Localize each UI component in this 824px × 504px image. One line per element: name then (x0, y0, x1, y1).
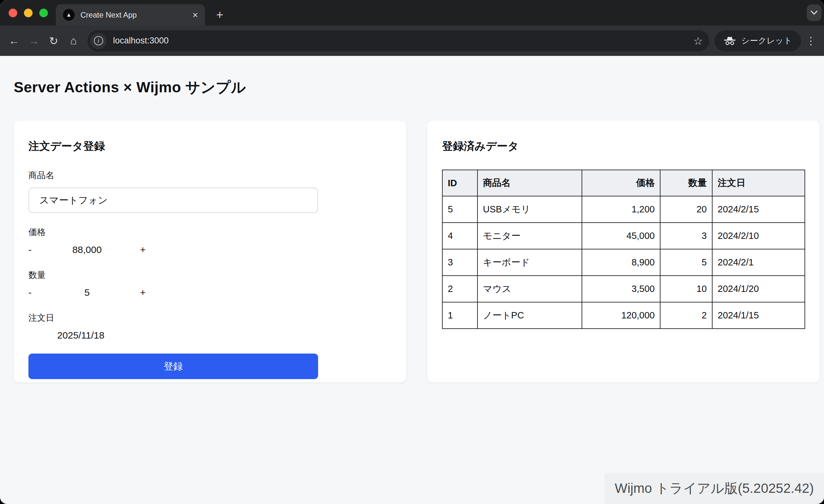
table-row: 3 キーボード 8,900 5 2024/2/1 (442, 249, 805, 276)
cell-qty: 5 (660, 249, 712, 276)
cell-date: 2024/1/20 (712, 276, 805, 302)
quantity-stepper: - 5 + (28, 287, 145, 298)
reload-button[interactable]: ↻ (45, 32, 63, 50)
browser-menu-button[interactable]: ⋮ (803, 32, 819, 50)
tab-title: Create Next App (81, 11, 187, 19)
nextjs-favicon-icon: ▲ (63, 9, 75, 21)
cell-id: 2 (442, 276, 478, 302)
page-content: Server Actions × Wijmo サンプル 注文データ登録 商品名 … (0, 56, 824, 504)
cell-price: 45,000 (582, 223, 660, 249)
quantity-label: 数量 (28, 269, 318, 281)
product-name-label: 商品名 (28, 170, 318, 181)
cell-product: マウス (478, 276, 582, 302)
price-decrement-button[interactable]: - (28, 244, 41, 255)
price-label: 価格 (28, 226, 318, 238)
new-tab-button[interactable]: + (212, 7, 227, 22)
back-button[interactable]: ← (5, 32, 23, 50)
col-header-qty: 数量 (660, 170, 712, 196)
wijmo-trial-banner: Wijmo トライアル版(5.20252.42) (605, 473, 824, 504)
cell-id: 4 (442, 223, 478, 249)
cell-date: 2024/2/1 (712, 249, 805, 276)
cell-product: キーボード (478, 249, 582, 276)
wijmo-trial-text: Wijmo トライアル版(5.20252.42) (615, 479, 814, 497)
order-form-card: 注文データ登録 商品名 スマートフォン 価格 - 88,000 + 数量 - 5… (14, 120, 406, 382)
registered-data-title: 登録済みデータ (442, 139, 806, 154)
quantity-increment-button[interactable]: + (133, 287, 145, 298)
tab-close-icon[interactable]: × (192, 10, 198, 20)
col-header-date: 注文日 (712, 170, 805, 196)
url-text[interactable]: localhost:3000 (113, 36, 693, 46)
chevron-down-icon (811, 11, 818, 15)
cell-date: 2024/1/15 (712, 302, 805, 329)
cards-row: 注文データ登録 商品名 スマートフォン 価格 - 88,000 + 数量 - 5… (14, 120, 820, 382)
registered-data-card: 登録済みデータ ID 商品名 価格 数量 注文日 (427, 120, 820, 382)
order-form-title: 注文データ登録 (28, 139, 392, 154)
col-header-price: 価格 (582, 170, 660, 196)
site-info-button[interactable]: i (90, 32, 107, 49)
price-input[interactable]: 88,000 (41, 244, 133, 255)
address-bar[interactable]: i localhost:3000 ☆ (88, 30, 709, 52)
table-row: 1 ノートPC 120,000 2 2024/1/15 (442, 302, 805, 329)
forward-button[interactable]: → (25, 32, 43, 50)
info-icon: i (94, 36, 103, 45)
table-header-row: ID 商品名 価格 数量 注文日 (442, 170, 805, 196)
order-date-input[interactable]: 2025/11/18 (28, 330, 318, 341)
cell-price: 1,200 (582, 196, 660, 223)
browser-toolbar: ← → ↻ ⌂ i localhost:3000 ☆ シークレット ⋮ (0, 25, 824, 56)
incognito-icon (723, 36, 736, 45)
cell-qty: 3 (660, 223, 712, 249)
product-name-input[interactable]: スマートフォン (28, 188, 318, 213)
tab-search-button[interactable] (807, 4, 821, 21)
close-window-button[interactable] (9, 9, 17, 17)
col-header-id: ID (442, 170, 478, 196)
tab-strip: ▲ Create Next App × + (0, 0, 824, 25)
cell-price: 8,900 (582, 249, 660, 276)
home-button[interactable]: ⌂ (65, 32, 82, 50)
price-stepper: - 88,000 + (28, 244, 145, 255)
cell-id: 1 (442, 302, 478, 329)
incognito-label: シークレット (741, 35, 792, 46)
cell-product: ノートPC (478, 302, 582, 329)
orders-table: ID 商品名 価格 数量 注文日 5 USBメモリ 1,200 20 (442, 170, 805, 329)
table-row: 5 USBメモリ 1,200 20 2024/2/15 (442, 196, 805, 223)
cell-date: 2024/2/10 (712, 223, 805, 249)
window-controls (9, 9, 48, 17)
quantity-input[interactable]: 5 (41, 287, 133, 298)
quantity-decrement-button[interactable]: - (28, 287, 41, 298)
page-title: Server Actions × Wijmo サンプル (0, 56, 824, 97)
price-increment-button[interactable]: + (133, 244, 145, 255)
order-form: 商品名 スマートフォン 価格 - 88,000 + 数量 - 5 + 注文日 (28, 170, 318, 379)
incognito-badge: シークレット (714, 30, 801, 52)
bookmark-star-icon[interactable]: ☆ (693, 34, 703, 47)
cell-product: USBメモリ (478, 196, 582, 223)
cell-qty: 20 (660, 196, 712, 223)
cell-date: 2024/2/15 (712, 196, 805, 223)
submit-button[interactable]: 登録 (28, 354, 318, 379)
browser-window: ▲ Create Next App × + ← → ↻ ⌂ i localhos… (0, 0, 824, 504)
zoom-window-button[interactable] (39, 9, 48, 17)
cell-qty: 2 (660, 302, 712, 329)
cell-price: 120,000 (582, 302, 660, 329)
col-header-product: 商品名 (478, 170, 582, 196)
table-row: 4 モニター 45,000 3 2024/2/10 (442, 223, 805, 249)
order-date-label: 注文日 (28, 312, 318, 323)
cell-id: 3 (442, 249, 478, 276)
cell-price: 3,500 (582, 276, 660, 302)
browser-tab[interactable]: ▲ Create Next App × (56, 4, 205, 25)
cell-product: モニター (478, 223, 582, 249)
table-row: 2 マウス 3,500 10 2024/1/20 (442, 276, 805, 302)
cell-id: 5 (442, 196, 478, 223)
cell-qty: 10 (660, 276, 712, 302)
minimize-window-button[interactable] (24, 9, 32, 17)
